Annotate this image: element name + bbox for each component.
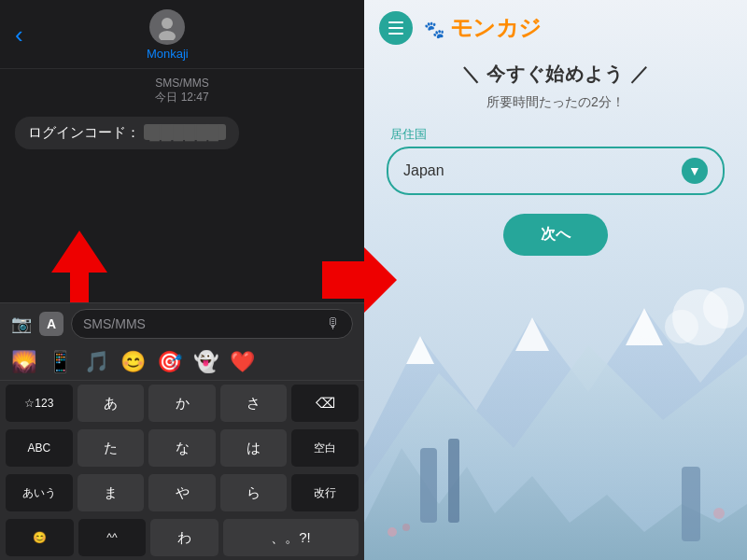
left-panel: ‹ Monkaji SMS/MMS 今日 12:47 ログインコード： ████… xyxy=(0,0,364,560)
dropdown-arrow-icon: ▼ xyxy=(682,158,708,184)
message-row: ログインコード： ██████ xyxy=(15,117,349,149)
keyboard-row-3: あいう ま や ら 改行 xyxy=(0,470,364,515)
svg-marker-2 xyxy=(51,231,107,302)
contact-area: Monkaji xyxy=(147,9,189,61)
keyboard: ☆123 あ か さ ⌫ ABC た な は 空白 あいう ま や ら 改行 😊… xyxy=(0,381,364,560)
svg-point-1 xyxy=(159,31,176,40)
key-wa[interactable]: わ xyxy=(150,519,218,556)
key-123[interactable]: ☆123 xyxy=(6,385,73,422)
mountain-scene xyxy=(364,261,747,560)
svg-point-16 xyxy=(388,527,397,537)
country-label: 居住国 xyxy=(390,126,427,143)
message-text: ログインコード： xyxy=(28,124,140,140)
key-ta[interactable]: た xyxy=(78,429,145,467)
key-delete[interactable]: ⌫ xyxy=(291,385,359,422)
avatar xyxy=(149,9,185,45)
mic-icon: 🎙 xyxy=(326,315,341,332)
camera-icon[interactable]: 📷 xyxy=(11,314,32,334)
svg-point-14 xyxy=(703,287,744,329)
headline: ＼ 今すぐ始めよう ／ xyxy=(461,62,650,87)
logo-icon: 🐾 xyxy=(424,21,444,39)
avatar-image xyxy=(154,14,180,40)
back-icon: ‹ xyxy=(15,21,23,49)
app-header: 🐾 モンカジ xyxy=(364,0,747,52)
phone-header: ‹ Monkaji xyxy=(0,0,364,69)
right-panel: 🐾 モンカジ ＼ 今すぐ始めよう ／ 所要時間たったの2分！ 居住国 Japan… xyxy=(364,0,747,560)
svg-rect-9 xyxy=(682,467,700,541)
message-bubble: ログインコード： ██████ xyxy=(15,117,239,149)
svg-point-15 xyxy=(665,310,698,343)
key-ma[interactable]: ま xyxy=(78,474,145,511)
key-punct[interactable]: 、。?! xyxy=(223,519,359,556)
key-a[interactable]: あ xyxy=(78,385,145,422)
key-abc[interactable]: ABC xyxy=(6,429,73,467)
keyboard-row-4: 😊 ^^ わ 、。?! xyxy=(0,515,364,560)
country-select[interactable]: Japan ▼ xyxy=(387,147,725,195)
svg-point-0 xyxy=(162,18,173,29)
hamburger-icon xyxy=(388,21,403,35)
keyboard-row-2: ABC た な は 空白 xyxy=(0,426,364,470)
messages-area: ログインコード： ██████ xyxy=(0,109,364,302)
key-ha[interactable]: は xyxy=(220,429,288,467)
key-caret[interactable]: ^^ xyxy=(78,519,147,556)
emoji-toolbar: 🌄 📱 🎵 😊 🎯 👻 ❤️ xyxy=(0,344,364,381)
svg-point-17 xyxy=(402,524,410,531)
key-space[interactable]: 空白 xyxy=(291,429,359,467)
red-up-arrow xyxy=(47,231,112,302)
contact-name[interactable]: Monkaji xyxy=(147,47,189,61)
emoji-apps[interactable]: 📱 xyxy=(48,350,73,374)
key-ya[interactable]: や xyxy=(148,474,216,511)
emoji-face3[interactable]: 👻 xyxy=(193,350,218,374)
input-bar[interactable]: SMS/MMS 🎙 xyxy=(71,309,353,339)
emoji-heart[interactable]: ❤️ xyxy=(230,350,255,374)
key-na[interactable]: な xyxy=(148,429,216,467)
next-button[interactable]: 次へ xyxy=(503,214,608,256)
keyboard-toolbar: 📷 A SMS/MMS 🎙 xyxy=(0,302,364,344)
logo-text: モンカジ xyxy=(450,15,542,40)
svg-rect-7 xyxy=(420,448,437,523)
key-aiueo[interactable]: あいう xyxy=(6,474,73,511)
svg-point-18 xyxy=(713,508,725,519)
country-value: Japan xyxy=(403,162,444,179)
emoji-face2[interactable]: 🎯 xyxy=(157,350,182,374)
sms-time-label: SMS/MMS 今日 12:47 xyxy=(0,69,364,109)
hamburger-menu-button[interactable] xyxy=(379,11,413,45)
app-logo: 🐾 モンカジ xyxy=(424,13,542,43)
emoji-face1[interactable]: 😊 xyxy=(120,350,146,374)
key-ka[interactable]: か xyxy=(148,385,216,422)
key-enter[interactable]: 改行 xyxy=(291,474,359,511)
key-sa[interactable]: さ xyxy=(220,385,288,422)
subtext: 所要時間たったの2分！ xyxy=(486,94,625,111)
key-emoji[interactable]: 😊 xyxy=(6,519,74,556)
back-button[interactable]: ‹ xyxy=(15,21,23,49)
input-placeholder: SMS/MMS xyxy=(83,316,146,331)
keyboard-row-1: ☆123 あ か さ ⌫ xyxy=(0,381,364,426)
message-code: ██████ xyxy=(144,124,226,140)
emoji-audio[interactable]: 🎵 xyxy=(84,350,109,374)
app-content: ＼ 今すぐ始めよう ／ 所要時間たったの2分！ 居住国 Japan ▼ 次へ xyxy=(364,52,747,256)
key-ra[interactable]: ら xyxy=(220,474,288,511)
emoji-photos[interactable]: 🌄 xyxy=(11,350,36,374)
appstore-icon[interactable]: A xyxy=(39,312,63,336)
svg-rect-8 xyxy=(448,439,459,523)
